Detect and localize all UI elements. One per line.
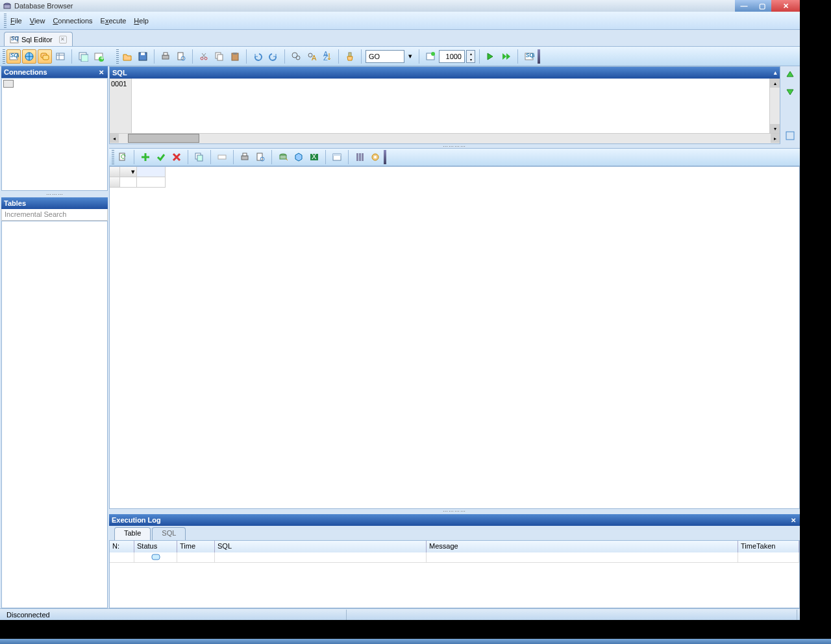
- menu-connections[interactable]: Connections: [49, 16, 96, 26]
- grid-col-header[interactable]: [137, 167, 166, 177]
- history-up-button[interactable]: [784, 69, 796, 80]
- new-sql-button[interactable]: +: [92, 49, 106, 64]
- log-col-sql[interactable]: SQL: [215, 541, 427, 552]
- menu-view[interactable]: View: [26, 16, 49, 26]
- close-button[interactable]: ✕: [771, 0, 800, 12]
- blank-button[interactable]: [215, 150, 229, 164]
- sql-collapse-icon[interactable]: ▴: [774, 69, 777, 76]
- row-limit-input[interactable]: [439, 50, 465, 63]
- maximize-editor-button[interactable]: [784, 130, 796, 142]
- svg-rect-8: [43, 55, 49, 60]
- connections-list[interactable]: [1, 78, 108, 191]
- view-sql-button[interactable]: sql: [6, 49, 21, 64]
- grid-corner[interactable]: [110, 167, 120, 177]
- grid-row-dropdown[interactable]: ▾: [120, 167, 137, 177]
- row-limit-spinner[interactable]: ▴▾: [466, 50, 475, 63]
- connection-item[interactable]: [2, 79, 107, 89]
- tab-close-icon[interactable]: ✕: [59, 36, 67, 43]
- export-excel-button[interactable]: X: [307, 150, 321, 164]
- scroll-down-icon[interactable]: ▾: [770, 124, 780, 133]
- paste-button[interactable]: [228, 49, 242, 64]
- toolbar-grip-1[interactable]: [3, 49, 5, 64]
- sort-button[interactable]: AZ: [320, 49, 334, 64]
- export-db-button[interactable]: [276, 150, 290, 164]
- svg-rect-9: [56, 53, 64, 60]
- log-splitter[interactable]: ⋯⋯⋯⋯: [109, 509, 800, 513]
- log-col-timetaken[interactable]: TimeTaken: [738, 541, 799, 552]
- connections-close-icon[interactable]: ✕: [97, 68, 105, 76]
- results-toolbar-end[interactable]: [384, 150, 386, 164]
- grid-row-handle[interactable]: [110, 177, 120, 188]
- open-button[interactable]: [120, 49, 134, 64]
- results-toolbar: X: [109, 148, 800, 166]
- execution-log-close-icon[interactable]: ✕: [789, 516, 797, 524]
- tab-sql-editor[interactable]: sql Sql Editor ✕: [4, 32, 73, 46]
- find-replace-button[interactable]: A: [304, 49, 319, 64]
- copy-button[interactable]: [212, 49, 227, 64]
- log-col-time[interactable]: Time: [177, 541, 215, 552]
- export-cube-button[interactable]: [291, 150, 306, 164]
- log-row[interactable]: [110, 552, 799, 563]
- scroll-up-icon[interactable]: ▴: [770, 79, 780, 88]
- view-globe-button[interactable]: [22, 49, 36, 64]
- cut-button[interactable]: [197, 49, 211, 64]
- log-col-status[interactable]: Status: [134, 541, 177, 552]
- tables-list[interactable]: [1, 221, 108, 608]
- delimiter-combo[interactable]: [366, 50, 404, 63]
- minimize-button[interactable]: —: [735, 0, 753, 12]
- new-window-button[interactable]: [76, 49, 90, 64]
- execute-all-button[interactable]: [499, 49, 514, 64]
- grid-cell[interactable]: [120, 177, 137, 188]
- maximize-button[interactable]: ▢: [753, 0, 771, 12]
- undo-button[interactable]: [251, 49, 265, 64]
- redo-button[interactable]: [266, 49, 280, 64]
- log-col-n[interactable]: N:: [110, 541, 134, 552]
- toolbar-grip-2[interactable]: [116, 49, 119, 64]
- log-col-message[interactable]: Message: [427, 541, 738, 552]
- delimiter-dropdown-icon[interactable]: ▾: [406, 49, 415, 64]
- toolbar-end-grip[interactable]: [538, 49, 540, 64]
- results-preview-button[interactable]: [253, 150, 267, 164]
- scroll-right-icon[interactable]: ▸: [771, 134, 780, 143]
- filter-row-button[interactable]: [330, 150, 344, 164]
- columns-button[interactable]: [353, 150, 367, 164]
- view-chat-button[interactable]: [38, 49, 52, 64]
- duplicate-button[interactable]: [192, 150, 206, 164]
- sql-format-button[interactable]: sql: [522, 49, 536, 64]
- history-down-button[interactable]: [784, 86, 796, 97]
- execute-button[interactable]: [484, 49, 498, 64]
- clear-button[interactable]: [343, 49, 357, 64]
- delete-row-button[interactable]: [169, 150, 184, 164]
- add-row-button[interactable]: [138, 150, 153, 164]
- log-table[interactable]: N: Status Time SQL Message TimeTaken: [109, 540, 800, 608]
- save-button[interactable]: [136, 49, 150, 64]
- sql-vscrollbar[interactable]: ▴ ▾: [769, 79, 780, 133]
- results-grid[interactable]: ▾: [109, 166, 800, 509]
- menu-help[interactable]: Help: [130, 16, 153, 26]
- refresh-button[interactable]: [116, 150, 130, 164]
- print-button[interactable]: [158, 49, 173, 64]
- commit-button[interactable]: [154, 150, 168, 164]
- settings-button[interactable]: [368, 150, 382, 164]
- results-print-button[interactable]: [238, 150, 252, 164]
- print-preview-button[interactable]: [174, 49, 188, 64]
- tables-search-input[interactable]: Incremental Search: [1, 209, 108, 221]
- log-tab-sql[interactable]: SQL: [152, 527, 186, 540]
- left-splitter[interactable]: ⋯⋯⋯: [1, 192, 108, 196]
- scroll-left-icon[interactable]: ◂: [110, 134, 119, 143]
- find-button[interactable]: [289, 49, 303, 64]
- hscroll-thumb[interactable]: [128, 134, 199, 143]
- new-query-button[interactable]: [423, 49, 438, 64]
- sql-editor[interactable]: [132, 79, 769, 133]
- menu-execute[interactable]: Execute: [97, 16, 130, 26]
- results-grip[interactable]: [112, 150, 114, 164]
- menu-file[interactable]: File: [6, 16, 26, 26]
- taskbar[interactable]: [0, 639, 831, 644]
- sql-hscrollbar[interactable]: ◂ ▸: [110, 133, 780, 143]
- view-grid-button[interactable]: [53, 49, 68, 64]
- svg-rect-46: [243, 153, 247, 156]
- svg-text:sql: sql: [11, 35, 19, 42]
- log-tab-table[interactable]: Table: [114, 527, 151, 540]
- grid-cell[interactable]: [137, 177, 166, 188]
- svg-rect-1: [4, 5, 10, 8]
